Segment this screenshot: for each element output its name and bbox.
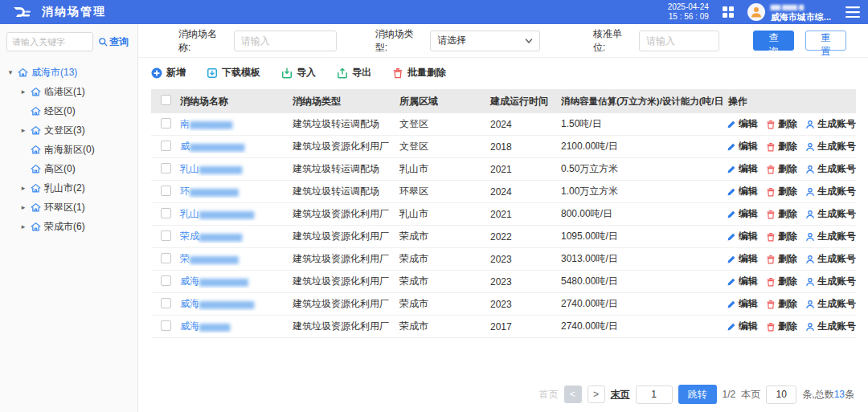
row-checkbox[interactable] bbox=[161, 163, 171, 173]
delete-button[interactable]: 删除 bbox=[766, 252, 797, 266]
batch-delete-button[interactable]: 批量删除 bbox=[392, 66, 446, 80]
tree-node-rushan[interactable]: ▸ 乳山市(2) bbox=[6, 178, 131, 198]
download-template-label: 下载模板 bbox=[222, 66, 260, 80]
keyword-search-input[interactable] bbox=[6, 32, 93, 51]
generate-account-button[interactable]: 生成账号 bbox=[805, 117, 856, 131]
edit-button[interactable]: 编辑 bbox=[727, 297, 758, 311]
delete-button[interactable]: 删除 bbox=[766, 230, 797, 243]
site-name-link[interactable]: 乳山▆▆▆▆▆▆▆▆▆ bbox=[175, 207, 288, 221]
approver-input[interactable] bbox=[639, 31, 719, 51]
site-name-link[interactable]: 威▆▆▆▆▆▆▆▆▆ bbox=[175, 140, 288, 153]
page-number-input[interactable] bbox=[636, 385, 673, 404]
reset-button[interactable]: 重置 bbox=[805, 31, 846, 51]
expand-icon[interactable]: ▸ bbox=[19, 126, 27, 134]
per-page-input[interactable] bbox=[766, 385, 796, 404]
delete-button[interactable]: 删除 bbox=[766, 185, 797, 198]
row-checkbox[interactable] bbox=[161, 208, 171, 218]
tree-node-lingang[interactable]: ▸ 临港区(1) bbox=[6, 82, 131, 101]
expand-icon[interactable]: ▸ bbox=[19, 88, 27, 96]
next-page-button[interactable]: > bbox=[588, 385, 605, 403]
redacted-name: ▆▆▆▆▆▆▆▆▆ bbox=[199, 299, 253, 308]
site-name-link[interactable]: 乳山▆▆▆▆▆▆▆ bbox=[175, 162, 288, 176]
site-name-link[interactable]: 荣▆▆▆▆▆▆▆▆ bbox=[175, 252, 288, 266]
generate-account-button[interactable]: 生成账号 bbox=[805, 207, 856, 221]
tree-node-gaoqu[interactable]: 高区(0) bbox=[6, 159, 131, 178]
site-type-cell: 建筑垃圾资源化利用厂 bbox=[288, 275, 395, 288]
edit-button[interactable]: 编辑 bbox=[727, 320, 758, 333]
tree-node-weihai[interactable]: ▾ 威海市(13) bbox=[6, 63, 131, 82]
tree-node-jingqu[interactable]: 经区(0) bbox=[6, 101, 131, 120]
expand-icon[interactable]: ▸ bbox=[19, 184, 27, 192]
jump-button[interactable]: 跳转 bbox=[678, 385, 717, 404]
download-template-button[interactable]: 下载模板 bbox=[207, 66, 260, 80]
home-icon bbox=[31, 202, 41, 213]
row-checkbox[interactable] bbox=[161, 253, 171, 263]
table-header-row: 消纳场名称 消纳场类型 所属区域 建成运行时间 消纳容量估算(万立方米)/设计能… bbox=[151, 89, 856, 113]
tree-node-rongcheng[interactable]: ▸ 荣成市(6) bbox=[6, 217, 131, 236]
edit-button[interactable]: 编辑 bbox=[727, 117, 758, 131]
generate-account-button[interactable]: 生成账号 bbox=[805, 252, 856, 266]
tree-node-nanhai[interactable]: 南海新区(0) bbox=[6, 140, 131, 159]
generate-account-button[interactable]: 生成账号 bbox=[805, 185, 856, 198]
row-checkbox[interactable] bbox=[161, 118, 171, 128]
row-checkbox[interactable] bbox=[161, 298, 171, 308]
edit-button[interactable]: 编辑 bbox=[727, 140, 758, 153]
edit-button[interactable]: 编辑 bbox=[727, 185, 758, 198]
delete-button[interactable]: 删除 bbox=[766, 117, 797, 131]
delete-button[interactable]: 删除 bbox=[766, 140, 797, 153]
import-button[interactable]: 导入 bbox=[281, 66, 316, 80]
site-name-link[interactable]: 环▆▆▆▆▆▆▆▆ bbox=[175, 185, 288, 198]
generate-account-button[interactable]: 生成账号 bbox=[805, 140, 856, 153]
generate-account-button[interactable]: 生成账号 bbox=[805, 320, 856, 333]
search-button[interactable]: 查询 bbox=[753, 31, 794, 51]
delete-button[interactable]: 删除 bbox=[766, 275, 797, 288]
row-checkbox[interactable] bbox=[161, 320, 171, 331]
apps-grid-icon[interactable] bbox=[722, 6, 735, 18]
capacity-cell: 1.50吨/日 bbox=[556, 117, 723, 131]
edit-button[interactable]: 编辑 bbox=[727, 162, 758, 176]
tree-node-wendeng[interactable]: ▸ 文登区(3) bbox=[6, 120, 131, 140]
site-name-input[interactable] bbox=[234, 31, 337, 51]
generate-account-button[interactable]: 生成账号 bbox=[805, 275, 856, 288]
site-type-select[interactable]: 请选择 bbox=[430, 31, 540, 51]
site-name-link[interactable]: 威海▆▆▆▆▆▆▆▆ bbox=[175, 275, 288, 288]
expand-icon[interactable]: ▾ bbox=[6, 68, 14, 76]
region-cell: 荣成市 bbox=[395, 275, 485, 288]
sidebar-search-button[interactable]: 查询 bbox=[98, 35, 129, 49]
expand-icon[interactable]: ▸ bbox=[19, 203, 27, 211]
select-all-checkbox[interactable] bbox=[161, 95, 171, 105]
delete-button[interactable]: 删除 bbox=[766, 297, 797, 311]
export-button[interactable]: 导出 bbox=[337, 66, 371, 80]
row-checkbox[interactable] bbox=[161, 186, 171, 196]
user-info[interactable]: ▆▆ ▆▆▆ ▆ 威海市城市综... bbox=[771, 2, 831, 22]
site-name-link[interactable]: 威海▆▆▆▆▆▆▆▆▆ bbox=[175, 297, 288, 311]
trash-icon bbox=[766, 120, 776, 129]
edit-button[interactable]: 编辑 bbox=[727, 207, 758, 221]
menu-burger-icon[interactable] bbox=[845, 6, 860, 18]
site-name-link[interactable]: 威海▆▆▆▆▆ bbox=[175, 320, 288, 333]
delete-button[interactable]: 删除 bbox=[766, 162, 797, 176]
generate-account-button[interactable]: 生成账号 bbox=[805, 162, 856, 176]
last-page-button[interactable]: 末页 bbox=[611, 388, 630, 402]
row-checkbox[interactable] bbox=[161, 141, 171, 151]
tree-node-huancui[interactable]: ▸ 环翠区(1) bbox=[6, 198, 131, 217]
generate-account-button[interactable]: 生成账号 bbox=[805, 230, 856, 243]
row-checkbox[interactable] bbox=[161, 230, 171, 241]
site-name-link[interactable]: 荣成▆▆▆▆▆▆▆ bbox=[175, 230, 288, 243]
row-checkbox[interactable] bbox=[161, 275, 171, 286]
year-cell: 2021 bbox=[485, 209, 556, 220]
edit-button[interactable]: 编辑 bbox=[727, 275, 758, 288]
generate-account-button[interactable]: 生成账号 bbox=[805, 297, 856, 311]
prev-page-button[interactable]: < bbox=[564, 385, 582, 403]
edit-button[interactable]: 编辑 bbox=[727, 230, 758, 243]
avatar[interactable] bbox=[747, 3, 765, 21]
capacity-cell: 2100.00吨/日 bbox=[556, 140, 723, 153]
delete-button[interactable]: 删除 bbox=[766, 320, 797, 333]
edit-button[interactable]: 编辑 bbox=[727, 252, 758, 266]
add-button[interactable]: 新增 bbox=[151, 66, 186, 80]
site-name-link[interactable]: 南▆▆▆▆▆▆▆ bbox=[175, 117, 288, 131]
export-label: 导出 bbox=[352, 66, 371, 80]
first-page-button[interactable]: 首页 bbox=[539, 388, 559, 402]
expand-icon[interactable]: ▸ bbox=[19, 222, 27, 230]
delete-button[interactable]: 删除 bbox=[766, 207, 797, 221]
